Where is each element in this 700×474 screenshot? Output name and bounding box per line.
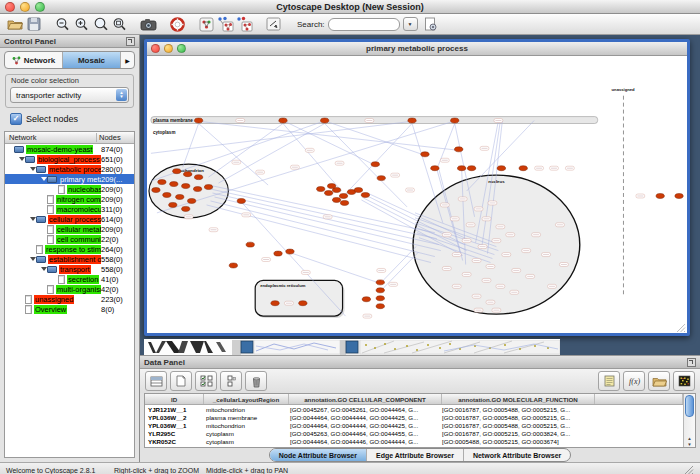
graph-node[interactable] [184,172,192,177]
graph-node[interactable] [204,185,212,190]
tree-item-response-to-stimul[interactable]: response to stimul264(0) [5,244,134,254]
new-attribute-button[interactable] [170,371,192,391]
graph-node[interactable] [299,301,307,306]
graph-node[interactable] [279,118,287,123]
graph-node[interactable] [176,195,184,200]
delete-attribute-button[interactable] [245,371,267,391]
graph-node[interactable] [193,187,201,192]
graph-node[interactable] [340,200,348,205]
cell[interactable]: [GO:0044464, GO:0044444, GO:0044425, G..… [287,422,439,429]
graph-node[interactable] [182,206,190,211]
table-row-ydr039c-1[interactable]: YDR039C__1mitochondrion[GO:0044464, GO:0… [145,446,683,447]
graph-node[interactable] [327,184,335,189]
graph-node[interactable] [451,118,459,123]
snapshot-button[interactable] [139,16,158,33]
edge[interactable] [327,122,425,156]
graph-node[interactable] [194,118,202,123]
graph-node[interactable] [158,180,166,185]
scrollbar-thumb[interactable] [685,395,694,417]
attribute-grid-button[interactable] [145,371,167,391]
cell[interactable]: [GO:0044464, GO:0044444, GO:0044425, G..… [287,414,439,421]
tree-item-cell-communicat[interactable]: cell communicat22(0) [5,234,134,244]
graph-node[interactable] [317,187,325,192]
background-window[interactable] [144,339,560,355]
tree-item-cellular-metabo[interactable]: cellular metabo209(0) [5,224,134,234]
edge[interactable] [285,122,375,166]
graph-node[interactable] [467,166,475,171]
graph-node[interactable] [354,188,362,193]
float-data-panel-icon[interactable] [687,358,696,367]
zoom-selected-button[interactable] [91,16,110,33]
tree-item-overview[interactable]: Overview8(0) [5,304,134,314]
tree-item-transport[interactable]: transport558(0) [5,264,134,274]
cell[interactable]: [GO:0016787, GO:0005488, GO:0005215, G..… [439,414,591,421]
unselect-attributes-button[interactable] [220,371,242,391]
graph-node[interactable] [376,304,384,309]
network-graph[interactable]: plasma membranecytoplasmmitochondrionnuc… [147,56,687,333]
cell[interactable]: mitochondrion [203,422,287,429]
graph-node[interactable] [237,198,245,203]
edge[interactable] [183,124,199,168]
tree-item-metabolic-process[interactable]: metabolic process280(0) [5,164,134,174]
select-attributes-button[interactable] [195,371,217,391]
zoom-in-button[interactable] [72,16,91,33]
cell[interactable]: [GO:0005488, GO:0005215, GO:0003674] [439,438,591,445]
edge[interactable] [209,124,283,178]
table-row-ykr052c[interactable]: YKR052Ccytoplasm[GO:0044464, GO:0044446,… [145,438,683,446]
network-view-window[interactable]: primary metabolic process plasma membran… [144,39,690,336]
edge[interactable] [380,253,418,292]
column-header-annotation-go-molecular-function[interactable]: annotation.GO MOLECULAR_FUNCTION [442,394,595,404]
cell[interactable]: [GO:0045263, GO:0044464, GO:0044455, G..… [287,430,439,437]
tab-network[interactable]: Network [5,52,63,68]
zoom-out-button[interactable] [53,16,72,33]
cell[interactable]: [GO:0016787, GO:0005488, GO:0005215, G..… [439,422,591,429]
cell[interactable]: YPL036W__2 [145,414,203,421]
graph-node[interactable] [519,166,527,171]
edge[interactable] [380,247,416,284]
search-config-button[interactable] [421,16,440,33]
graph-node[interactable] [169,202,177,207]
tree-item-establishment-of-lo[interactable]: establishment of lo558(0) [5,254,134,264]
resize-grip[interactable] [684,465,694,474]
expander-icon[interactable] [29,167,36,171]
graph-node[interactable] [173,169,181,174]
graph-node[interactable] [188,198,196,203]
expander-icon[interactable] [29,217,36,221]
float-panel-icon[interactable] [126,37,135,46]
tab-node-attribute-browser[interactable]: Node Attribute Browser [270,449,366,461]
graph-node[interactable] [455,147,463,152]
tab-edge-attribute-browser[interactable]: Edge Attribute Browser [366,449,463,461]
graph-node[interactable] [362,297,370,302]
graph-node[interactable] [376,296,384,301]
graph-node[interactable] [675,194,683,199]
tree-item-nitrogen-compo[interactable]: nitrogen compo209(0) [5,194,134,204]
column-header-annotation-go-cellular-component[interactable]: annotation.GO CELLULAR_COMPONENT [289,394,442,404]
select-nodes-checkbox[interactable]: ✓ [10,113,22,125]
table-row-ylr295c[interactable]: YLR295Ccytoplasm[GO:0045263, GO:0044464,… [145,430,683,438]
search-input[interactable] [328,18,400,31]
tree-item-secretion[interactable]: secretion41(0) [5,274,134,284]
graph-node[interactable] [497,166,505,171]
graph-node[interactable] [194,175,202,180]
open-file-button[interactable] [5,16,24,33]
tree-item-unassigned[interactable]: unassigned223(0) [5,294,134,304]
edge[interactable] [207,205,431,263]
graph-node[interactable] [458,166,466,171]
edge[interactable] [201,122,459,151]
tree-item-primary-metabo[interactable]: primary metabo209(... [5,174,134,184]
tree-item-nucleobase[interactable]: nucleobase-209(0) [5,184,134,194]
table-row-yjr121w-1[interactable]: YJR121W__1mitochondrion[GO:0045267, GO:0… [145,405,683,413]
graph-node[interactable] [376,280,384,285]
graph-node[interactable] [408,118,416,123]
graph-node[interactable] [371,162,379,167]
cell[interactable]: cytoplasm [203,430,287,437]
import-attributes-button[interactable] [648,371,670,391]
tab-overflow-button[interactable]: ▶ [121,52,134,68]
network-canvas[interactable]: plasma membranecytoplasmmitochondrionnuc… [147,56,687,333]
tree-item-mosaic-demo-yeast[interactable]: mosaic-demo-yeast874(0) [5,144,134,154]
cell[interactable]: YPL036W__1 [145,422,203,429]
annotation-button[interactable] [264,16,283,33]
tree-item-multi-organism-pro[interactable]: multi-organism pro42(0) [5,284,134,294]
table-scrollbar[interactable]: ▲▼ [683,394,695,447]
tab-network-attribute-browser[interactable]: Network Attribute Browser [463,449,570,461]
